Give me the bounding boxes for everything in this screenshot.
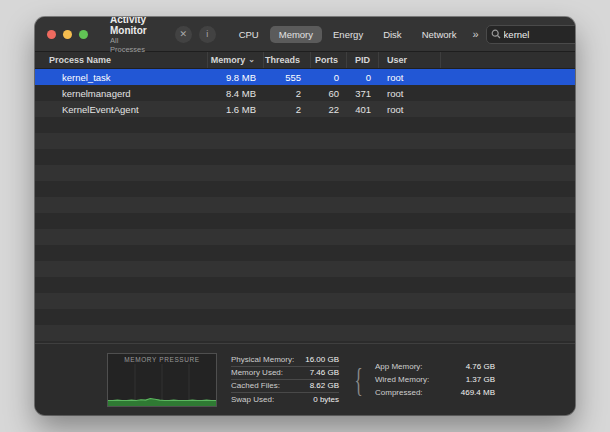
user-cell: root xyxy=(379,85,441,101)
process-name-cell: kernelmanagerd xyxy=(35,85,208,101)
memory-cell: 9.8 MB xyxy=(208,69,264,85)
empty-rows-area xyxy=(35,117,575,343)
stat-row: Physical Memory: 16.00 GB xyxy=(231,354,339,367)
column-header-user[interactable]: User xyxy=(379,52,441,68)
tab-cpu[interactable]: CPU xyxy=(230,26,268,43)
toolbar: Activity Monitor All Processes ✕ i CPU M… xyxy=(35,17,575,52)
column-header-spacer xyxy=(441,52,575,68)
memory-pressure-graph xyxy=(108,364,216,406)
memory-pressure-panel: MEMORY PRESSURE xyxy=(107,353,217,407)
memory-cell: 8.4 MB xyxy=(208,85,264,101)
table-header: Process Name Memory⌄ Threads Ports PID U… xyxy=(35,52,575,69)
column-header-process-name[interactable]: Process Name xyxy=(35,52,208,68)
pid-cell: 371 xyxy=(347,85,379,101)
memory-stats-left: Physical Memory: 16.00 GB Memory Used: 7… xyxy=(231,354,339,406)
stat-row: Swap Used: 0 bytes xyxy=(231,393,339,406)
stat-row: Wired Memory: 1.37 GB xyxy=(375,373,495,386)
window-title: Activity Monitor xyxy=(110,17,147,37)
column-header-memory[interactable]: Memory⌄ xyxy=(208,52,264,68)
info-icon: i xyxy=(206,30,208,39)
search-icon xyxy=(491,29,501,39)
quit-process-icon: ✕ xyxy=(179,30,187,39)
process-name-cell: kernel_task xyxy=(35,69,208,85)
stat-row: Compressed: 469.4 MB xyxy=(375,386,495,399)
column-header-threads[interactable]: Threads xyxy=(264,52,311,68)
tab-disk[interactable]: Disk xyxy=(374,26,410,43)
column-header-pid[interactable]: PID xyxy=(347,52,379,68)
ports-cell: 60 xyxy=(311,85,347,101)
memory-pressure-label: MEMORY PRESSURE xyxy=(108,354,216,364)
table-row[interactable]: kernel_task 9.8 MB 555 0 0 root xyxy=(35,69,575,85)
memory-summary-panel: MEMORY PRESSURE Physical Memory: 16.00 G… xyxy=(35,343,575,415)
grouping-brace: { xyxy=(355,363,360,397)
toolbar-overflow-button[interactable]: » xyxy=(465,28,485,40)
stat-row: App Memory: 4.76 GB xyxy=(375,360,495,373)
threads-cell: 2 xyxy=(264,85,311,101)
pid-cell: 0 xyxy=(347,69,379,85)
table-row[interactable]: KernelEventAgent 1.6 MB 2 22 401 root xyxy=(35,101,575,117)
quit-process-button[interactable]: ✕ xyxy=(175,26,192,43)
inspect-process-button[interactable]: i xyxy=(199,26,216,43)
process-table: kernel_task 9.8 MB 555 0 0 root kernelma… xyxy=(35,69,575,343)
ports-cell: 22 xyxy=(311,101,347,117)
search-field[interactable]: ✕ xyxy=(486,25,575,44)
stat-row: Memory Used: 7.46 GB xyxy=(231,367,339,380)
minimize-button[interactable] xyxy=(63,30,72,39)
threads-cell: 555 xyxy=(264,69,311,85)
process-name-cell: KernelEventAgent xyxy=(35,101,208,117)
tab-energy[interactable]: Energy xyxy=(324,26,372,43)
zoom-button[interactable] xyxy=(79,30,88,39)
traffic-lights xyxy=(47,30,88,39)
search-input[interactable] xyxy=(504,29,575,40)
title-block: Activity Monitor All Processes xyxy=(110,17,147,54)
pid-cell: 401 xyxy=(347,101,379,117)
view-tabs: CPU Memory Energy Disk Network xyxy=(230,26,466,43)
column-header-ports[interactable]: Ports xyxy=(311,52,347,68)
tab-memory[interactable]: Memory xyxy=(270,26,322,43)
user-cell: root xyxy=(379,101,441,117)
memory-cell: 1.6 MB xyxy=(208,101,264,117)
close-button[interactable] xyxy=(47,30,56,39)
activity-monitor-window: Activity Monitor All Processes ✕ i CPU M… xyxy=(35,17,575,415)
stat-row: Cached Files: 8.62 GB xyxy=(231,380,339,393)
threads-cell: 2 xyxy=(264,101,311,117)
user-cell: root xyxy=(379,69,441,85)
memory-stats-right: App Memory: 4.76 GB Wired Memory: 1.37 G… xyxy=(375,360,495,399)
sort-chevron-icon: ⌄ xyxy=(248,55,255,64)
toolbar-buttons: ✕ i xyxy=(175,26,216,43)
tab-network[interactable]: Network xyxy=(413,26,466,43)
table-row[interactable]: kernelmanagerd 8.4 MB 2 60 371 root xyxy=(35,85,575,101)
ports-cell: 0 xyxy=(311,69,347,85)
